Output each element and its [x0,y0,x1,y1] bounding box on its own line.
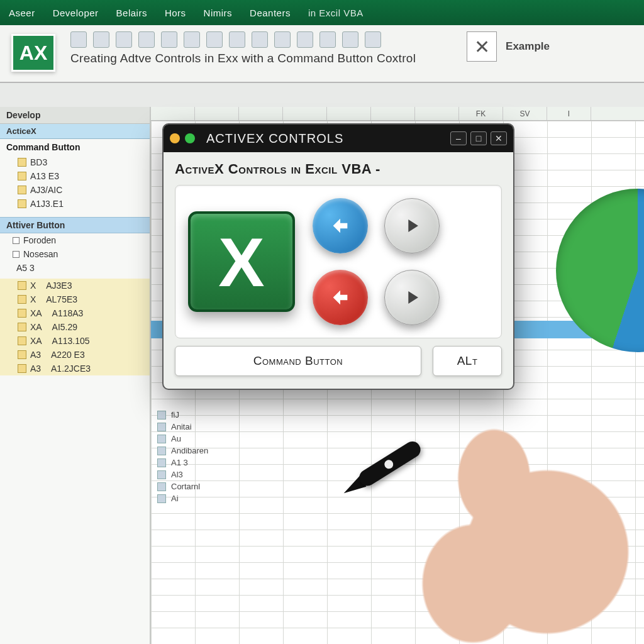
option-item[interactable]: Foroden [0,233,150,247]
round-button-grey[interactable] [384,270,440,325]
play-icon [401,287,423,308]
close-icon[interactable]: ✕ [491,131,507,145]
list-item[interactable]: A3 A1.2JCE3 [0,362,150,375]
ribbon-icon[interactable] [252,31,268,48]
round-button-blue[interactable] [313,198,368,253]
list-item[interactable]: Au [157,433,208,445]
menu-item[interactable]: Nimirs [204,8,233,18]
ribbon-icon[interactable] [229,31,245,48]
col-head[interactable]: I [547,107,591,120]
ribbon-icon[interactable] [297,31,313,48]
example-label: Example [506,40,550,53]
option-label: Foroden [23,235,56,245]
command-button[interactable]: Command Button [175,346,421,376]
arrow-icon [330,215,351,236]
ribbon-icon[interactable] [611,36,633,58]
list-item[interactable]: fiJ [157,409,208,421]
checkbox-icon[interactable] [13,251,19,258]
ribbon-icon[interactable] [116,31,132,48]
side-panel: Develop ActiceX Command Button BD3 A13 E… [0,107,151,644]
list-item[interactable]: Cortarnl [157,480,208,492]
col-head[interactable] [415,107,459,120]
file-icon [157,482,166,491]
list-item-value: AJ3E3 [46,280,72,291]
alt-button[interactable]: ALt [433,346,502,376]
col-head[interactable]: FK [459,107,503,120]
maximize-icon[interactable]: □ [470,131,487,145]
ribbon-icon[interactable] [342,31,358,48]
list-item[interactable]: A3 A220 E3 [0,348,150,362]
tree-item[interactable]: A13 E3 [0,169,150,183]
file-icon [157,470,166,479]
traffic-minimize-icon[interactable] [170,133,180,143]
ribbon-icon[interactable] [584,36,605,58]
list-item-label: XA [30,308,42,318]
list-item-label: Cortarnl [171,482,200,491]
ribbon-icon[interactable] [138,31,155,48]
dialog-body: X [175,185,502,338]
ribbon: AX Creating Adtve Controls in Exx with a… [0,25,644,83]
ribbon-icon[interactable] [319,31,336,48]
sidepanel-section[interactable]: ActiceX [0,124,150,139]
list-item[interactable]: XA AI5.29 [0,320,150,334]
list-item[interactable]: A1 3 [157,457,208,469]
list-item-label: XA [30,322,42,332]
list-item[interactable]: Andibaren [157,445,208,457]
sidepanel-section[interactable]: Attiver Button [0,217,150,233]
tree-item-label: BD3 [30,157,47,167]
col-head[interactable] [239,107,283,120]
dialog-titlebar[interactable]: ACTIVEX CONTROLS – □ ✕ [164,125,513,152]
col-head[interactable] [151,107,195,120]
ribbon-icon[interactable] [365,31,381,48]
file-icon [18,295,26,304]
list-item[interactable]: X AJ3E3 [0,279,150,292]
list-item[interactable]: XA A113.105 [0,334,150,348]
ribbon-icon[interactable] [93,31,109,48]
ribbon-icon[interactable] [206,31,223,48]
list-item[interactable]: X AL75E3 [0,292,150,306]
tree-item[interactable]: AJ3/AIC [0,183,150,197]
ribbon-icon[interactable] [70,31,87,48]
activex-badge-icon: AX [11,34,55,72]
tree-item[interactable]: A1J3.E1 [0,197,150,211]
menu-item[interactable]: Deanters [250,8,291,18]
tree-item-label: A1J3.E1 [30,199,64,209]
option-item[interactable]: A5 3 [0,261,150,275]
traffic-zoom-icon[interactable] [185,133,195,143]
menu-item[interactable]: Aseer [9,8,35,18]
minimize-icon[interactable]: – [450,131,467,145]
ribbon-icon[interactable] [161,31,177,48]
excel-x-button[interactable]: X [188,211,295,312]
col-head[interactable]: SV [503,107,547,120]
col-head[interactable] [283,107,327,120]
list-item[interactable]: XA A118A3 [0,306,150,320]
round-button-red[interactable] [313,270,368,325]
sidepanel-tab[interactable]: Develop [0,107,150,124]
tree-item-label: A13 E3 [30,171,59,181]
close-box-icon[interactable]: ✕ [467,31,497,62]
tree-item-label: AJ3/AIC [30,185,62,195]
list-item[interactable]: Ai [157,492,208,504]
menu-item[interactable]: Belairs [116,8,147,18]
file-icon [18,281,26,290]
list-item[interactable]: Al3 [157,469,208,480]
list-item-label: Ai [171,494,179,503]
col-head[interactable] [371,107,415,120]
arrow-icon [330,287,351,308]
list-item-label: X [30,280,36,291]
option-item[interactable]: Nosesan [0,247,150,261]
menu-item[interactable]: Developer [53,8,99,18]
checkbox-icon[interactable] [13,237,19,244]
col-head[interactable] [327,107,371,120]
secondary-list: fiJ Anitai Au Andibaren A1 3 Al3 Cortarn… [157,409,208,504]
tree-item[interactable]: BD3 [0,155,150,169]
list-item[interactable]: Anitai [157,421,208,433]
col-head[interactable] [195,107,239,120]
round-button-grey[interactable] [384,198,440,253]
ribbon-icon[interactable] [184,31,200,48]
file-icon [157,411,166,419]
ribbon-icon[interactable] [556,36,577,58]
ribbon-icon[interactable] [274,31,291,48]
menu-item[interactable]: Hors [165,8,186,18]
option-label: A5 3 [16,263,35,273]
